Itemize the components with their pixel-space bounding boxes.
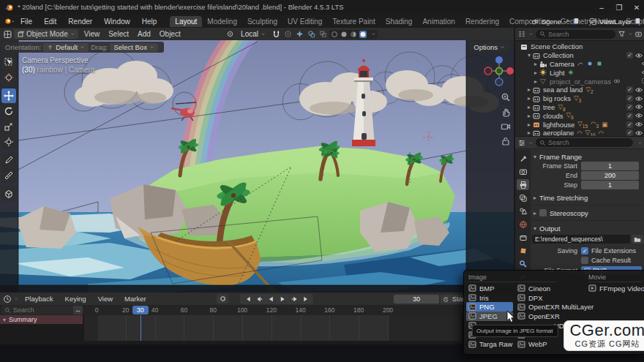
eye-toggle-icon[interactable] xyxy=(634,94,643,103)
outliner-row-project_or_cameras[interactable]: ▸project_or_cameras xyxy=(515,77,644,86)
outliner-item-label[interactable]: Light xyxy=(550,69,565,77)
workspace-tab-layout[interactable]: Layout xyxy=(170,16,202,27)
topbar-menu-file[interactable]: File xyxy=(15,18,38,26)
transport-play-reverse-button[interactable] xyxy=(266,295,275,303)
properties-editor-icon[interactable] xyxy=(517,139,526,147)
snap-magnet-icon[interactable] xyxy=(272,29,281,39)
workspace-tab-rendering[interactable]: Rendering xyxy=(460,16,504,27)
auto-keying-button[interactable] xyxy=(217,294,228,303)
camera-view-icon[interactable] xyxy=(498,118,514,135)
transport-jump-to-start-button[interactable] xyxy=(243,295,252,303)
tool-rotate[interactable] xyxy=(1,104,16,118)
transform-pivot-icon[interactable] xyxy=(225,29,235,39)
format-option-dpx[interactable]: DPX xyxy=(515,293,545,303)
outliner-display-mode-icon[interactable] xyxy=(517,30,526,38)
properties-tab-scene[interactable] xyxy=(517,205,529,216)
transport-next-keyframe-button[interactable] xyxy=(290,295,299,303)
filter-toggle-icon[interactable]: ↔ xyxy=(73,306,83,314)
outliner-item-label[interactable]: lighthouse xyxy=(543,121,574,129)
transport-jump-to-end-button[interactable] xyxy=(302,295,310,303)
expand-arrow[interactable]: ▸ xyxy=(533,61,539,67)
viewport-menu-object[interactable]: Object xyxy=(155,30,185,38)
outliner-item-label[interactable]: sea and land xyxy=(543,86,583,94)
time-stretching-panel-header[interactable]: ▸Time Stretching xyxy=(532,192,643,203)
timeline-menu-view[interactable]: View xyxy=(92,295,119,303)
check-toggle-icon[interactable]: ✓ xyxy=(626,104,633,110)
editor-type-icon[interactable] xyxy=(3,30,12,39)
properties-tab-modifiers[interactable] xyxy=(517,258,529,269)
tool-move[interactable] xyxy=(1,88,16,103)
maximize-button[interactable]: ❐ xyxy=(612,2,626,12)
outliner-search-input[interactable]: Search xyxy=(536,30,615,39)
outliner-item-label[interactable]: tree xyxy=(543,103,555,111)
frame-end-field[interactable]: 200 xyxy=(581,171,639,180)
summary-channel[interactable]: ▾Summary xyxy=(0,315,83,324)
scene-icon[interactable] xyxy=(531,18,540,26)
eye-toggle-icon[interactable] xyxy=(634,86,643,94)
proportional-editing-icon[interactable] xyxy=(283,29,293,39)
outliner-row-clouds[interactable]: ▸clouds▽6✓ xyxy=(515,111,644,120)
check-toggle-icon[interactable]: ✓ xyxy=(626,113,633,119)
transform-orientation-selector[interactable]: Local xyxy=(238,29,269,39)
properties-tab-world[interactable] xyxy=(517,219,529,230)
outliner-item-label[interactable]: project_or_cameras xyxy=(550,78,611,86)
playhead-line[interactable] xyxy=(141,315,142,341)
properties-tab-output[interactable] xyxy=(517,179,529,190)
eye-toggle-icon[interactable] xyxy=(634,120,643,129)
outliner-item-label[interactable]: Camera xyxy=(550,60,574,68)
workspace-tab-animation[interactable]: Animation xyxy=(417,16,460,27)
blender-menu-icon[interactable] xyxy=(4,18,15,25)
workspace-tab-shading[interactable]: Shading xyxy=(381,16,418,27)
orientation-selector[interactable]: Default xyxy=(43,43,89,52)
topbar-menu-help[interactable]: Help xyxy=(136,18,163,26)
file-extensions-checkbox[interactable]: ✓ xyxy=(581,247,588,254)
outliner-row-collection[interactable]: ▾Collection✓ xyxy=(515,51,644,60)
properties-tab-collection[interactable] xyxy=(517,232,529,243)
tool-annotate[interactable] xyxy=(1,153,16,167)
expand-arrow[interactable]: ▸ xyxy=(526,113,532,119)
format-option-openexr[interactable]: OpenEXR xyxy=(515,312,562,321)
shading-solid-icon[interactable] xyxy=(340,31,348,38)
check-toggle-icon[interactable]: ✓ xyxy=(626,52,633,59)
outliner-filter-icon[interactable] xyxy=(618,30,626,38)
new-collection-icon[interactable] xyxy=(634,30,643,38)
timeline-menu-playback[interactable]: Playback xyxy=(19,295,59,303)
expand-arrow[interactable]: ▾ xyxy=(526,52,532,59)
stereoscopy-checkbox[interactable] xyxy=(539,209,547,216)
navigation-gizmo[interactable] xyxy=(482,54,516,88)
tool-transform[interactable] xyxy=(1,135,16,149)
properties-tab-object[interactable] xyxy=(517,245,529,256)
eye-toggle-icon[interactable] xyxy=(641,59,644,68)
eye-toggle-icon[interactable] xyxy=(634,111,643,120)
properties-search-input[interactable]: Search xyxy=(536,138,633,147)
outliner-row-sea-and-land[interactable]: ▸sea and land▽2✓ xyxy=(515,86,644,94)
format-option-iris[interactable]: Iris xyxy=(466,293,491,303)
expand-arrow[interactable]: ▸ xyxy=(526,121,532,128)
outliner-row-tree[interactable]: ▸tree▽8✓ xyxy=(515,103,644,112)
tool-select-box[interactable] xyxy=(1,55,16,69)
outliner-row-big-rocks[interactable]: ▸big rocks▽3✓ xyxy=(515,94,644,103)
workspace-tab-sculpting[interactable]: Sculpting xyxy=(242,16,282,27)
outliner-item-label[interactable]: clouds xyxy=(543,112,563,120)
screen-toggle-icon[interactable] xyxy=(641,77,644,86)
frame-start-field[interactable]: 1 xyxy=(581,162,639,170)
outliner-row-camera[interactable]: ▸Camera xyxy=(515,60,644,69)
timeline-editor-icon[interactable] xyxy=(3,295,12,303)
topbar-menu-edit[interactable]: Edit xyxy=(38,18,62,26)
format-option-targa-raw[interactable]: Targa Raw xyxy=(466,339,514,349)
tool-add-cube[interactable] xyxy=(1,186,16,201)
outliner-row-lighthouse[interactable]: ▸lighthouse▽15◠3▣✓ xyxy=(515,120,644,129)
viewport-menu-view[interactable]: View xyxy=(80,30,105,38)
zoom-icon[interactable] xyxy=(498,89,514,105)
timeline-menu-keying[interactable]: Keying xyxy=(59,295,92,303)
topbar-menu-render[interactable]: Render xyxy=(62,18,98,26)
output-panel-header[interactable]: ▾Output xyxy=(532,223,643,233)
properties-tab-tool[interactable] xyxy=(517,153,529,164)
current-frame-field[interactable]: 30 xyxy=(394,295,439,303)
expand-arrow[interactable]: ▸ xyxy=(533,69,539,76)
outliner-item-label[interactable]: Collection xyxy=(543,51,574,59)
folder-icon[interactable] xyxy=(632,235,643,244)
options-button[interactable]: Options xyxy=(469,42,509,52)
format-option-webp[interactable]: WebP xyxy=(515,339,550,349)
frame-step-field[interactable]: 1 xyxy=(581,181,639,189)
